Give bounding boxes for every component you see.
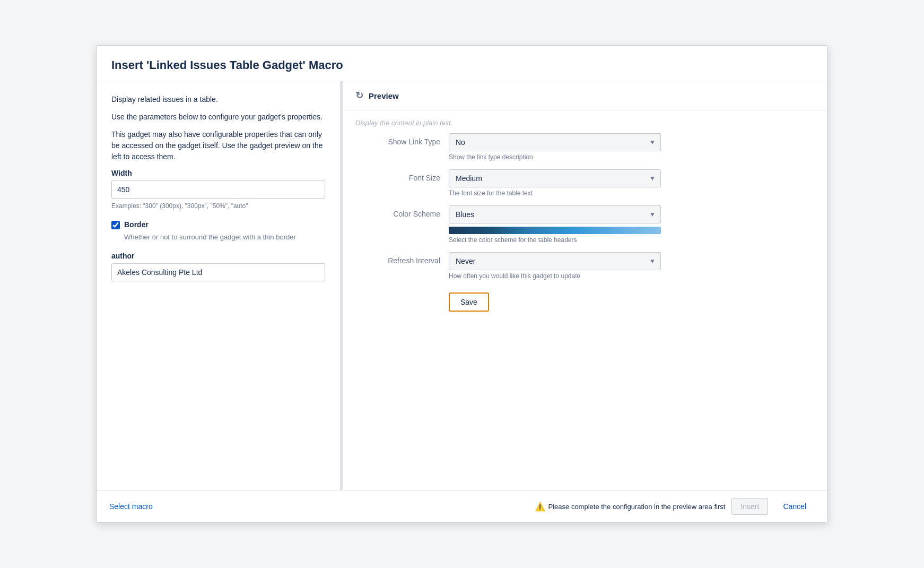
show-link-type-select-wrapper: No Yes ▼	[449, 133, 661, 151]
select-macro-link[interactable]: Select macro	[109, 502, 153, 511]
save-row: Save	[355, 288, 815, 312]
save-button[interactable]: Save	[449, 292, 489, 312]
color-scheme-bar	[449, 227, 661, 234]
font-size-row: Font Size Small Medium Large ▼ The font	[355, 169, 815, 197]
show-link-type-select[interactable]: No Yes	[449, 133, 661, 151]
show-link-type-hint: Show the link type description	[449, 153, 815, 161]
warning-text: Please complete the configuration in the…	[548, 503, 726, 511]
preview-content: Display the content in plain text. Show …	[343, 110, 827, 490]
font-size-select[interactable]: Small Medium Large	[449, 169, 661, 187]
refresh-interval-label: Refresh Interval	[355, 252, 440, 265]
color-scheme-label: Color Scheme	[355, 205, 440, 218]
width-label: Width	[111, 169, 325, 177]
desc2: Use the parameters below to configure yo…	[111, 111, 325, 123]
modal-title: Insert 'Linked Issues Table Gadget' Macr…	[111, 58, 813, 72]
modal-header: Insert 'Linked Issues Table Gadget' Macr…	[97, 46, 827, 81]
font-size-hint: The font size for the table text	[449, 190, 815, 197]
author-input[interactable]	[111, 263, 325, 281]
right-panel: ↻ Preview Display the content in plain t…	[343, 81, 827, 490]
save-spacer	[355, 288, 440, 292]
form-section: Display the content in plain text. Show …	[355, 110, 815, 312]
desc1: Display related issues in a table.	[111, 94, 325, 105]
faded-text: Display the content in plain text.	[355, 119, 815, 127]
font-size-select-wrapper: Small Medium Large ▼	[449, 169, 661, 187]
desc3: This gadget may also have configurable p…	[111, 129, 325, 162]
show-link-type-control: No Yes ▼ Show the link type description	[449, 133, 815, 161]
border-checkbox-row: Border	[111, 220, 325, 229]
color-scheme-row: Color Scheme Blues Greens Reds Oranges ▼	[355, 205, 815, 244]
border-checkbox[interactable]	[111, 221, 120, 229]
warning-icon: ⚠️	[535, 502, 545, 512]
footer-right: ⚠️ Please complete the configuration in …	[535, 498, 815, 515]
show-link-type-label: Show Link Type	[355, 133, 440, 146]
author-label: author	[111, 252, 325, 260]
insert-button[interactable]: Insert	[731, 498, 768, 515]
left-panel: Display related issues in a table. Use t…	[97, 81, 341, 490]
border-label[interactable]: Border	[124, 220, 149, 229]
cancel-button[interactable]: Cancel	[774, 498, 815, 514]
refresh-interval-hint: How often you would like this gadget to …	[449, 272, 815, 280]
color-scheme-select-wrapper: Blues Greens Reds Oranges ▼	[449, 205, 661, 223]
color-scheme-hint: Select the color scheme for the table he…	[449, 236, 815, 244]
show-link-type-row: Show Link Type No Yes ▼ Show the link ty…	[355, 133, 815, 161]
preview-header: ↻ Preview	[343, 81, 827, 110]
font-size-label: Font Size	[355, 169, 440, 182]
modal-footer: Select macro ⚠️ Please complete the conf…	[97, 490, 827, 522]
border-hint: Whether or not to surround the gadget wi…	[124, 233, 325, 242]
save-control: Save	[449, 288, 815, 312]
footer-left: Select macro	[109, 502, 153, 511]
refresh-interval-control: Never Every 15 minutes Every 30 minutes …	[449, 252, 815, 280]
color-scheme-select[interactable]: Blues Greens Reds Oranges	[449, 205, 661, 223]
width-hint: Examples: "300" (300px), "300px", "50%",…	[111, 202, 325, 211]
preview-title: Preview	[369, 91, 399, 100]
refresh-interval-row: Refresh Interval Never Every 15 minutes …	[355, 252, 815, 280]
refresh-interval-select[interactable]: Never Every 15 minutes Every 30 minutes …	[449, 252, 661, 270]
footer-warning: ⚠️ Please complete the configuration in …	[535, 502, 726, 512]
modal-dialog: Insert 'Linked Issues Table Gadget' Macr…	[96, 45, 828, 523]
refresh-icon[interactable]: ↻	[355, 90, 363, 101]
width-input[interactable]	[111, 180, 325, 199]
font-size-control: Small Medium Large ▼ The font size for t…	[449, 169, 815, 197]
modal-body: Display related issues in a table. Use t…	[97, 81, 827, 490]
refresh-interval-select-wrapper: Never Every 15 minutes Every 30 minutes …	[449, 252, 661, 270]
color-scheme-control: Blues Greens Reds Oranges ▼ Select the c…	[449, 205, 815, 244]
